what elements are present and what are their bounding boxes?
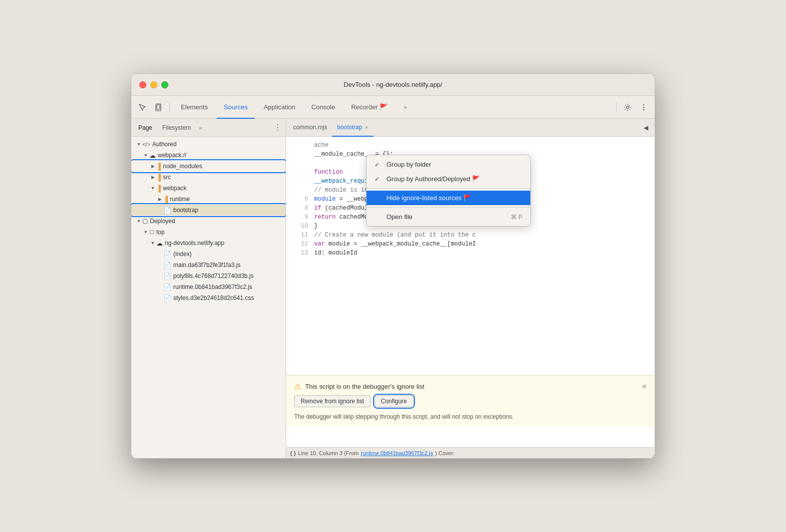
window-title: DevTools - ng-devtools.netlify.app/: [344, 81, 442, 88]
runtime-js-label: runtime.0b841bad3967f3c2.js: [173, 283, 252, 290]
folder-icon-node-modules: ▐: [156, 163, 161, 170]
tab-recorder[interactable]: Recorder 🚩: [344, 96, 394, 119]
settings-button[interactable]: [621, 100, 635, 114]
webpack-folder-label: webpack: [163, 185, 186, 192]
left-panel: Page Filesystem » ⋮ ▼ </> Authored: [131, 119, 286, 458]
file-icon-index: 📄: [163, 251, 171, 258]
tree-main-js[interactable]: ▶ 📄 main.da63f7b2fe3f1fa3.js: [131, 260, 286, 270]
panel-tab-page[interactable]: Page: [133, 119, 157, 137]
folder-icon-runtime: ▐: [163, 196, 168, 203]
menu-group-folder[interactable]: ✓ Group by folder: [367, 157, 530, 172]
tree-arrow-webpack-folder: ▼: [149, 186, 156, 191]
webpack-label: webpack://: [158, 152, 186, 159]
top-label: top: [156, 229, 165, 236]
file-tabs: common.mjs bootstrap × ◀: [286, 119, 655, 137]
open-file-shortcut: ⌘ P: [511, 214, 522, 221]
panel-tab-filesystem[interactable]: Filesystem: [157, 119, 196, 137]
runtime-link[interactable]: runtime.0b841bad3967f3c2.js: [361, 450, 433, 456]
tree-webpack-folder[interactable]: ▼ ▐ webpack: [131, 183, 286, 194]
check-icon-group-folder: ✓: [375, 161, 383, 168]
code-line: 12 var module = __webpack_module_cache__…: [286, 240, 655, 249]
toolbar-separator: [169, 102, 170, 112]
tree-runtime[interactable]: ▶ ▐ runtime: [131, 194, 286, 205]
src-label: src: [163, 174, 171, 181]
menu-group-authored-label: Group by Authored/Deployed 🚩: [387, 175, 480, 183]
tree-arrow-netlify: ▼: [149, 241, 156, 246]
tab-application[interactable]: Application: [257, 96, 303, 119]
polyfills-label: polyfills.4c768d7122740d3b.js: [173, 272, 254, 279]
file-tabs-right: ◀: [639, 121, 653, 135]
status-bar: { } Line 10, Column 3 (From runtime.0b84…: [286, 447, 655, 458]
device-button[interactable]: [151, 100, 165, 114]
tab-elements[interactable]: Elements: [174, 96, 215, 119]
menu-separator-2: [367, 207, 530, 208]
close-button[interactable]: [139, 81, 146, 88]
panel-options-button[interactable]: ⋮: [272, 123, 284, 132]
menu-open-file[interactable]: ✓ Open file ⌘ P: [367, 210, 530, 224]
tab-more[interactable]: »: [396, 96, 414, 119]
ignore-close-button[interactable]: ×: [642, 382, 647, 391]
tree-src[interactable]: ▶ ▐ src: [131, 172, 286, 183]
index-label: (index): [173, 251, 192, 258]
file-icon-polyfills: 📄: [163, 272, 171, 280]
bootstrap-label: bootstrap: [173, 207, 198, 214]
minimize-button[interactable]: [150, 81, 157, 88]
file-icon-main-js: 📄: [163, 262, 171, 269]
more-options-button[interactable]: [637, 100, 651, 114]
node-modules-label: node_modules: [163, 163, 202, 170]
configure-button[interactable]: Configure: [375, 395, 413, 407]
inspect-button[interactable]: [135, 100, 149, 114]
collapse-panel-button[interactable]: ◀: [639, 121, 653, 135]
tree-styles-css[interactable]: ▶ 📄 styles.d3e2b24618d2c641.css: [131, 292, 286, 303]
tree-bootstrap[interactable]: ▶ 📄 bootstrap: [131, 205, 286, 216]
file-tree: ▼ </> Authored ▼ ☁ webpack:// ▶ ▐ node_m…: [131, 137, 286, 458]
warning-icon: ⚠: [294, 382, 301, 391]
tree-runtime-js[interactable]: ▶ 📄 runtime.0b841bad3967f3c2.js: [131, 281, 286, 292]
ignore-banner-title: This script is on the debugger's ignore …: [305, 383, 638, 390]
menu-open-file-label: Open file: [387, 213, 412, 221]
tree-authored[interactable]: ▼ </> Authored: [131, 139, 286, 150]
cloud-icon: ☁: [149, 152, 156, 159]
status-suffix: ) Cover:: [435, 450, 454, 456]
title-bar: DevTools - ng-devtools.netlify.app/: [131, 74, 655, 96]
tree-index[interactable]: ▶ 📄 (index): [131, 249, 286, 260]
code-line: 11 // Create a new module (and put it in…: [286, 231, 655, 240]
file-tab-close-button[interactable]: ×: [365, 124, 368, 130]
traffic-lights: [139, 81, 168, 88]
fullscreen-button[interactable]: [161, 81, 168, 88]
tree-deployed[interactable]: ▼ ⬡ Deployed: [131, 216, 286, 227]
tree-arrow-node-modules: ▶: [149, 164, 156, 169]
tree-polyfills[interactable]: ▶ 📄 polyfills.4c768d7122740d3b.js: [131, 270, 286, 281]
tree-netlify[interactable]: ▼ ☁ ng-devtools.netlify.app: [131, 238, 286, 249]
curly-braces-icon: { }: [290, 450, 296, 456]
remove-ignore-button[interactable]: Remove from ignore list: [294, 395, 371, 407]
tab-sources[interactable]: Sources: [217, 96, 255, 119]
menu-group-folder-label: Group by folder: [387, 161, 431, 168]
tree-node-modules[interactable]: ▶ ▐ node_modules: [131, 161, 286, 172]
tree-webpack[interactable]: ▼ ☁ webpack://: [131, 150, 286, 161]
toolbar-right: [614, 100, 651, 114]
ignore-banner-header: ⚠ This script is on the debugger's ignor…: [294, 382, 647, 391]
file-tab-common[interactable]: common.mjs: [288, 119, 332, 137]
svg-point-2: [627, 106, 629, 108]
tree-arrow-top: ▼: [142, 230, 149, 235]
ignore-buttons: Remove from ignore list Configure: [294, 395, 647, 407]
devtools-window: DevTools - ng-devtools.netlify.app/ Elem…: [131, 73, 655, 459]
file-icon-runtime-js: 📄: [163, 283, 171, 291]
file-tab-bootstrap[interactable]: bootstrap ×: [332, 119, 373, 137]
menu-hide-ignore[interactable]: Hide ignore-listed sources 🚩: [367, 191, 530, 205]
folder-icon-src: ▐: [156, 174, 161, 181]
code-icon: </>: [142, 141, 150, 147]
ignore-banner: ⚠ This script is on the debugger's ignor…: [286, 375, 655, 427]
bootstrap-tab-label: bootstrap: [337, 124, 362, 131]
tree-arrow-webpack: ▼: [142, 153, 149, 158]
panel-tabs: Page Filesystem » ⋮: [131, 119, 286, 137]
panel-tabs-more[interactable]: »: [196, 125, 205, 131]
ignore-description: The debugger will skip stepping through …: [294, 412, 647, 421]
tree-arrow-runtime: ▶: [156, 197, 163, 202]
tab-console[interactable]: Console: [305, 96, 343, 119]
tree-arrow-authored: ▼: [135, 142, 142, 147]
menu-group-authored[interactable]: ✓ Group by Authored/Deployed 🚩: [367, 172, 530, 186]
tree-top[interactable]: ▼ ☐ top: [131, 227, 286, 238]
square-icon: ☐: [149, 229, 154, 236]
